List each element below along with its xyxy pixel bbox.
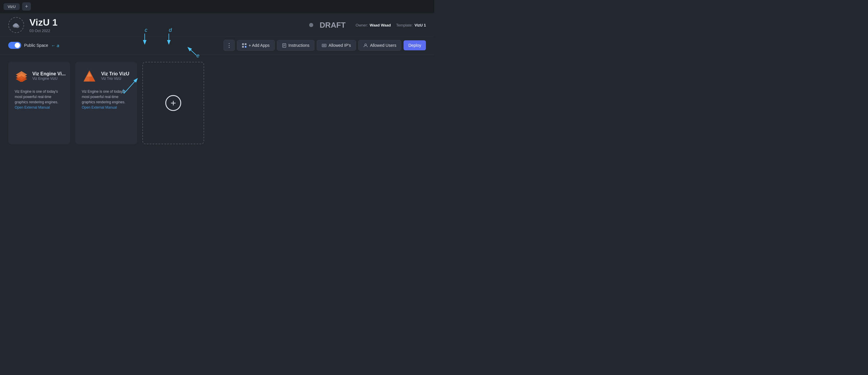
template-label: Template: — [396, 23, 413, 27]
status-dot — [309, 23, 313, 27]
viz-trio-info: Viz Trio VizU Viz Trio VizU — [101, 71, 129, 81]
tab-bar: VizU + — [0, 0, 434, 13]
svg-point-16 — [324, 45, 324, 46]
viz-engine-manual-link[interactable]: Open External Manual — [15, 105, 50, 110]
viz-engine-subtitle: Viz Engine VizU — [32, 77, 66, 81]
viz-engine-title: Viz Engine Vi... — [32, 71, 66, 77]
svg-point-17 — [365, 44, 367, 46]
viz-engine-logo — [15, 68, 28, 84]
viz-engine-card[interactable]: Viz Engine Vi... Viz Engine VizU Viz Eng… — [8, 62, 70, 144]
header-left: VizU 1 03 Oct 2022 — [8, 17, 309, 33]
add-apps-icon — [242, 43, 247, 48]
tab-vizu[interactable]: VizU — [3, 3, 20, 10]
svg-rect-6 — [242, 46, 244, 48]
instructions-label: Instructions — [288, 43, 310, 48]
svg-point-3 — [13, 24, 19, 27]
viz-trio-card[interactable]: Viz Trio VizU Viz Trio VizU Viz Engine i… — [75, 62, 137, 144]
cloud-icon — [8, 17, 24, 33]
viz-engine-card-header: Viz Engine Vi... Viz Engine VizU — [15, 68, 64, 84]
page-title: VizU 1 — [29, 17, 57, 28]
viz-trio-title: Viz Trio VizU — [101, 71, 129, 77]
svg-rect-4 — [242, 43, 244, 45]
add-app-card[interactable]: + — [142, 62, 204, 144]
owner-value: Waad Waad — [370, 23, 391, 27]
allowed-users-icon — [363, 43, 368, 48]
template-value: VizU 1 — [414, 23, 426, 27]
toolbar-right: ⋮ + Add Apps Instructions — [223, 40, 426, 51]
add-tab-button[interactable]: + — [22, 2, 31, 10]
deploy-button[interactable]: Deploy — [404, 40, 426, 50]
annotation-a: ← a — [51, 43, 59, 48]
toolbar: Public Space ← a ⋮ + Add Apps Instructio… — [0, 36, 434, 55]
main-content: Viz Engine Vi... Viz Engine VizU Viz Eng… — [0, 55, 434, 151]
viz-trio-desc: Viz Engine is one of today's most powerf… — [82, 89, 131, 110]
add-card-plus-icon: + — [165, 95, 181, 111]
deploy-label: Deploy — [408, 43, 421, 48]
instructions-icon — [282, 43, 286, 48]
viz-engine-desc: Viz Engine is one of today's most powerf… — [15, 89, 64, 110]
viz-trio-logo — [82, 68, 97, 84]
draft-label: DRAFT — [320, 21, 346, 30]
svg-rect-5 — [245, 43, 247, 45]
allowed-users-button[interactable]: Allowed Users — [358, 40, 401, 51]
viz-trio-manual-link[interactable]: Open External Manual — [82, 105, 117, 110]
viz-trio-card-header: Viz Trio VizU Viz Trio VizU — [82, 68, 131, 84]
public-space-toggle[interactable] — [8, 42, 21, 49]
owner-label: Owner: — [355, 23, 368, 27]
instructions-button[interactable]: Instructions — [277, 40, 315, 51]
page-date: 03 Oct 2022 — [29, 29, 57, 33]
allowed-users-label: Allowed Users — [370, 43, 396, 48]
allowed-ips-icon — [322, 43, 327, 48]
header: VizU 1 03 Oct 2022 DRAFT Owner: Waad Waa… — [0, 13, 434, 36]
allowed-ips-button[interactable]: Allowed IP's — [317, 40, 356, 51]
public-space-label: Public Space — [24, 43, 48, 48]
header-right: DRAFT Owner: Waad Waad Template: VizU 1 — [309, 21, 426, 30]
allowed-ips-label: Allowed IP's — [329, 43, 351, 48]
header-title: VizU 1 03 Oct 2022 — [29, 17, 57, 33]
viz-trio-subtitle: Viz Trio VizU — [101, 77, 129, 81]
add-apps-label: + Add Apps — [249, 43, 270, 48]
add-apps-button[interactable]: + Add Apps — [237, 40, 274, 51]
template-block: Template: VizU 1 — [396, 23, 426, 27]
owner-block: Owner: Waad Waad — [355, 23, 391, 27]
toggle-container: Public Space ← a — [8, 42, 59, 49]
viz-engine-info: Viz Engine Vi... Viz Engine VizU — [32, 71, 66, 81]
more-options-button[interactable]: ⋮ — [223, 40, 235, 51]
